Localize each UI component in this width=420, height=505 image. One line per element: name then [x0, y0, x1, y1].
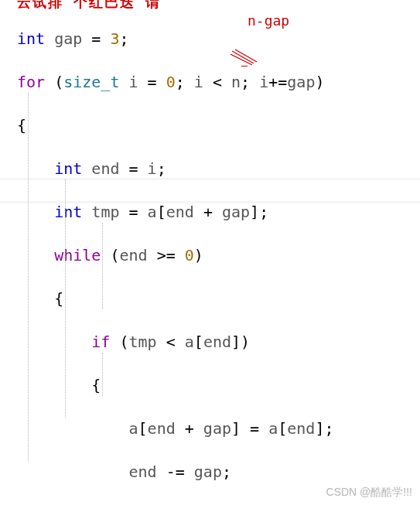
- code-line: int gap = 3;: [17, 28, 420, 49]
- code-line: while (end >= 0): [17, 244, 420, 266]
- code-line: int end = i;: [17, 158, 420, 179]
- watermark: CSDN @酷酷学!!!: [326, 485, 412, 500]
- code-line: {: [17, 114, 420, 136]
- code-line: {: [17, 374, 420, 396]
- code-block: int gap = 3; for (size_t i = 0; i < n; i…: [0, 0, 420, 505]
- code-line: a[end + gap] = a[end];: [17, 418, 420, 439]
- code-line: int tmp = a[end + gap];: [17, 201, 420, 223]
- code-line: if (tmp < a[end]): [17, 331, 420, 353]
- code-line: for (size_t i = 0; i < n; i+=gap): [17, 71, 420, 93]
- code-line: {: [17, 288, 420, 309]
- code-line: end -= gap;: [17, 461, 420, 483]
